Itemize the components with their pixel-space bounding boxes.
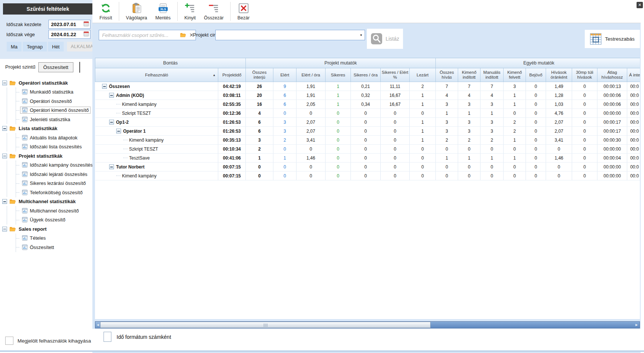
list-button[interactable]: Listáz <box>367 29 403 49</box>
value-cell: 2 <box>504 118 526 127</box>
column-header[interactable]: Átlag híváshossz <box>597 68 627 82</box>
tree-item[interactable]: Operátori kimenő összesítő <box>16 106 92 115</box>
tree-group[interactable]: Projekt statisztikák <box>2 151 92 161</box>
column-header[interactable]: Sikeres <box>326 68 351 82</box>
xls-button[interactable]: XLSMentés <box>151 0 175 23</box>
close-red-button[interactable]: Bezár <box>233 0 254 23</box>
tree-item[interactable]: Aktuális lista állapotok <box>16 133 92 142</box>
tree-item[interactable]: Jelenléti statisztika <box>16 115 92 124</box>
row-collapse-icon[interactable] <box>102 84 107 89</box>
folder-picker-icon[interactable] <box>180 32 187 38</box>
table-row[interactable]: Szkript TESZT00:12:364000000111004,76000… <box>95 109 640 118</box>
value-cell: 00:00:00 <box>597 171 627 180</box>
window-close-icon[interactable]: ✕ <box>637 2 643 8</box>
horizontal-scrollbar[interactable]: ◀ ▶ <box>95 321 640 328</box>
tree-group[interactable]: Sales report <box>2 224 92 234</box>
tree-item[interactable]: Munkaidő statisztika <box>16 88 92 97</box>
tree-item[interactable]: Tételes <box>16 234 92 243</box>
tree-group[interactable]: Multichannel statisztikák <box>2 197 92 207</box>
tree-item[interactable]: Időszaki lista összesítés <box>16 142 92 152</box>
table-row[interactable]: TesztSave00:41:06111,460000111101,46000:… <box>95 154 640 163</box>
column-header[interactable]: Sikeres / óra <box>351 68 381 82</box>
column-header[interactable]: 30mp túli hívások <box>572 68 597 82</box>
bottom-divider <box>0 350 644 352</box>
row-collapse-icon[interactable] <box>116 129 121 133</box>
column-header[interactable]: Kimenő indított <box>458 68 480 82</box>
calendar-icon[interactable] <box>83 31 89 38</box>
collapse-icon[interactable] <box>2 154 7 158</box>
tree-item[interactable]: Telefonköltség összesítő <box>16 188 92 197</box>
quick-range-yesterday-button[interactable]: Tegnap <box>23 42 47 51</box>
value-cell: 0 <box>296 163 326 171</box>
column-header[interactable]: Lezárt <box>410 68 436 82</box>
tab-projekt-szintu[interactable]: Projekt szintű <box>5 64 35 70</box>
row-collapse-icon[interactable] <box>109 164 114 169</box>
scrollbar-thumb[interactable] <box>100 322 431 328</box>
tree-item[interactable]: Időszaki lejárati összesítés <box>16 170 92 179</box>
column-header[interactable]: Manuális indított <box>480 68 504 82</box>
tree-item[interactable]: Operátori összesítő <box>16 97 92 106</box>
tree-item[interactable]: Időszaki kampány összesítés <box>16 161 92 170</box>
customize-button[interactable]: Testreszabás <box>585 30 640 48</box>
scroll-right-icon[interactable]: ▶ <box>634 322 640 328</box>
tree-group[interactable]: Lista statisztikák <box>2 124 92 133</box>
quick-range-today-button[interactable]: Ma <box>7 42 22 51</box>
tree-item[interactable]: Összesített <box>16 243 92 252</box>
table-row[interactable]: Tutor Norbert00:07:150000000000000000:00… <box>95 163 640 171</box>
column-header[interactable]: Hívások óránként <box>546 68 572 82</box>
row-collapse-icon[interactable] <box>109 120 114 125</box>
table-row[interactable]: Admin (KOD)03:08:112061,9110,3216,671444… <box>95 91 640 100</box>
table-row[interactable]: Szkript TESZT00:10:342000000000000000:00… <box>95 145 640 154</box>
column-header[interactable]: Bejövő <box>526 68 546 82</box>
column-header[interactable]: Projektidő <box>218 68 246 82</box>
start-date-input[interactable]: 2023.07.01 <box>48 20 91 29</box>
xls-icon: XLS <box>158 2 169 14</box>
collapse-icon[interactable] <box>2 199 7 204</box>
project-label-select[interactable]: ▼ <box>215 30 365 40</box>
tree-group[interactable]: Operátori statisztikák <box>2 78 92 88</box>
row-collapse-icon[interactable] <box>109 93 114 98</box>
value-cell: 0 <box>326 154 351 163</box>
column-header[interactable]: Elért / óra <box>296 68 326 82</box>
collapse-icon[interactable] <box>2 227 7 231</box>
column-header[interactable]: Sikeres / Elért % <box>381 68 410 82</box>
column-header[interactable]: Összes hívás <box>436 68 458 82</box>
tree-item[interactable]: Ügyek összesítő <box>16 215 92 225</box>
scroll-left-icon[interactable]: ◀ <box>95 322 101 328</box>
column-header[interactable]: Elért <box>273 68 296 82</box>
column-header[interactable]: Összes interjú <box>246 68 273 82</box>
value-cell: 0 <box>526 127 546 136</box>
exclude-users-checkbox[interactable] <box>5 337 13 345</box>
user-cell: Szkript TESZT <box>95 145 218 154</box>
group-filter-input[interactable]: Felhasználói csoport szűrés... ✕ <box>99 30 196 40</box>
column-header[interactable]: Felhasználó▲ <box>95 68 218 82</box>
tree-item[interactable]: Multichannel összesítő <box>16 206 92 215</box>
value-cell: 0 <box>436 171 458 180</box>
table-row[interactable]: Kimenő kampány00:07:150000000000000000:0… <box>95 171 640 180</box>
table-row[interactable]: Op1-201:26:53632,070001333202,07000:00:1… <box>95 118 640 127</box>
table-row[interactable]: Kimenő kampány02:55:351662,0510,3416,671… <box>95 100 640 109</box>
column-header[interactable]: Kimenő felvett <box>504 68 526 82</box>
value-cell: 0 <box>504 163 526 171</box>
collapse-icon[interactable] <box>2 81 7 85</box>
tree-line <box>123 140 128 140</box>
column-header[interactable]: Á inte <box>627 68 640 82</box>
tree-item-label: Operátori összesítő <box>30 98 72 104</box>
table-row[interactable]: Operátor 101:26:53632,070001333202,07000… <box>95 127 640 136</box>
time-format-checkbox[interactable] <box>104 332 111 342</box>
table-row[interactable]: Összesen04:42:192691,9110,2111,112777301… <box>95 82 640 91</box>
tab-osszesitett[interactable]: Összesített <box>38 62 73 72</box>
table-row[interactable]: Kimenő kampány00:35:13323,410001222103,4… <box>95 136 640 145</box>
tree-item[interactable]: Sikeres lezárási összesítő <box>16 179 92 188</box>
calendar-icon[interactable] <box>83 21 89 28</box>
clipboard-button[interactable]: Vágólapra <box>122 0 151 23</box>
expand-all-button[interactable]: Kinyit <box>180 0 200 23</box>
end-date-input[interactable]: 2024.01.22 <box>48 30 91 39</box>
value-cell: 2 <box>504 127 526 136</box>
quick-range-week-button[interactable]: Hét <box>48 42 64 51</box>
time-format-label: Idő formátum számként <box>117 334 171 340</box>
refresh-button[interactable]: Frissít <box>95 0 116 23</box>
chevron-down-icon[interactable]: ▼ <box>358 31 364 40</box>
collapse-all-button[interactable]: Összezár <box>200 0 228 23</box>
collapse-icon[interactable] <box>2 126 7 131</box>
